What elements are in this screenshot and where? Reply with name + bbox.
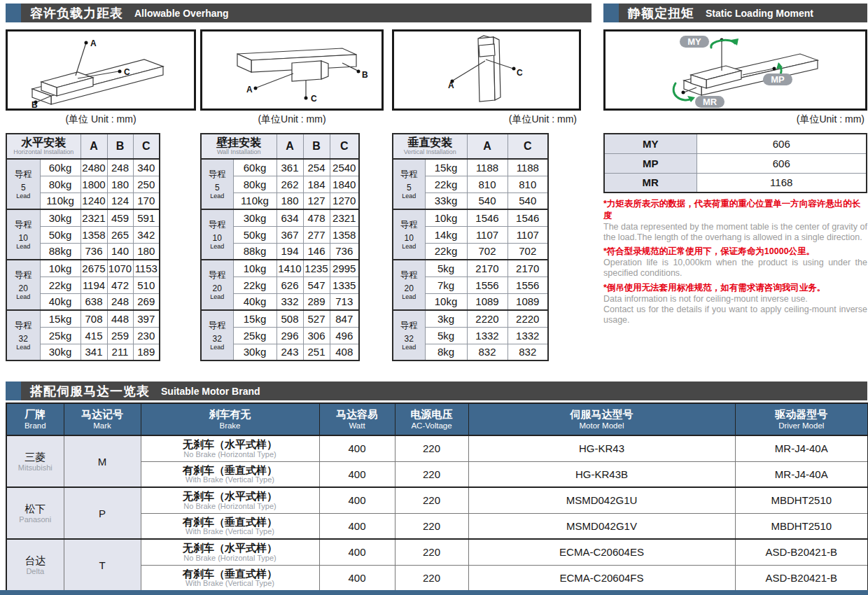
load-cell: 15kg xyxy=(40,310,80,327)
load-cell: 7kg xyxy=(425,276,467,293)
value-cell: 170 xyxy=(133,192,160,209)
table-row: 导程10Lead30kg6344782321 xyxy=(201,209,359,226)
load-cell: 10kg xyxy=(425,209,467,226)
value-cell: 1800 xyxy=(80,176,107,192)
installation-type-header: 水平安装Horizontal Installation xyxy=(6,134,80,159)
lead-cell: 导程10Lead xyxy=(393,209,425,260)
value-cell: 1070 xyxy=(107,260,133,276)
lead-label-zh: 导程 xyxy=(7,169,40,181)
load-cell: 60kg xyxy=(40,159,80,176)
driver-model-cell: ASD-B20421-B xyxy=(735,539,868,565)
brake-zh: 有刹车（垂直式样） xyxy=(141,516,319,528)
value-cell: 1556 xyxy=(467,276,507,293)
driver-model-cell: MR-J4-40A xyxy=(735,435,868,461)
brand-name-zh: 松下 xyxy=(7,503,64,515)
table-row: 导程20Lead5kg21702170 xyxy=(393,260,548,276)
table-row: 导程32Lead15kg508527847 xyxy=(201,310,359,327)
installation-name-en: Horizontal Installation xyxy=(7,149,80,156)
load-cell: 110kg xyxy=(40,192,80,209)
lead-label-zh: 导程 xyxy=(7,270,40,281)
motor-header-zh: 驱动器型号 xyxy=(736,408,868,421)
load-cell: 25kg xyxy=(40,327,80,344)
table-row: MR1168 xyxy=(604,173,867,192)
footer-accent-bar xyxy=(0,590,868,595)
brake-zh: 无刹车（水平式样） xyxy=(141,438,319,450)
load-cell: 22kg xyxy=(425,176,467,192)
motor-table: 厂牌Brand马达记号Mark刹车有无Brake马达容易Watt电源电压AC-V… xyxy=(6,402,868,592)
lead-value: 10 xyxy=(393,234,425,243)
value-cell: 189 xyxy=(133,344,160,360)
watt-cell: 400 xyxy=(319,461,395,487)
note-text-en: Operation life is 10,000km when the prod… xyxy=(603,258,867,279)
section-title-zh: 容许负载力距表 xyxy=(30,5,123,22)
load-cell: 5kg xyxy=(425,327,467,344)
value-cell: 248 xyxy=(107,293,133,310)
column-header-b: B xyxy=(107,134,133,159)
installation-name-en: Wall Installation xyxy=(202,149,276,156)
value-cell: 306 xyxy=(303,327,330,344)
load-cell: 10kg xyxy=(425,293,467,310)
driver-model-cell: MBDHT2510 xyxy=(735,487,868,513)
moment-value-cell: 606 xyxy=(696,134,867,153)
value-cell: 508 xyxy=(276,310,303,327)
table-row: 导程10Lead30kg2321459591 xyxy=(6,209,160,226)
lead-value: 32 xyxy=(202,335,233,344)
value-cell: 547 xyxy=(303,276,330,293)
watt-cell: 400 xyxy=(319,487,395,513)
load-cell: 60kg xyxy=(233,159,276,176)
accent-square xyxy=(603,4,619,22)
moment-section-header: 静额定扭矩 Static Loading Moment xyxy=(603,4,867,22)
section-title-en: Static Loading Moment xyxy=(706,8,813,19)
lead-label-en: Lead xyxy=(7,193,40,200)
value-cell: 2480 xyxy=(80,159,107,176)
driver-model-cell: ASD-B20421-B xyxy=(735,565,868,591)
load-cell: 15kg xyxy=(233,310,276,327)
motor-table-row: 三菱MitsubishiM无刹车（水平式样）No Brake (Horizont… xyxy=(6,435,868,461)
value-cell: 1089 xyxy=(507,293,548,310)
table-row: MY606 xyxy=(604,134,867,153)
load-cell: 80kg xyxy=(233,176,276,192)
lead-value: 5 xyxy=(202,183,233,192)
load-cell: 8kg xyxy=(425,344,467,360)
moment-label-cell: MR xyxy=(604,173,696,192)
value-cell: 810 xyxy=(507,176,548,192)
brand-cell: 台达Delta xyxy=(6,539,64,591)
lead-label-en: Lead xyxy=(7,244,40,250)
load-cell: 88kg xyxy=(233,243,276,260)
load-cell: 5kg xyxy=(425,260,467,276)
mark-cell: M xyxy=(64,435,141,487)
lead-cell: 导程32Lead xyxy=(393,310,425,360)
value-cell: 1840 xyxy=(330,176,359,192)
value-cell: 265 xyxy=(107,226,133,243)
lead-label-zh: 导程 xyxy=(393,320,425,332)
lead-label-en: Lead xyxy=(393,344,425,351)
motor-header-en: Brake xyxy=(141,421,319,430)
brand-name-zh: 三菱 xyxy=(7,451,64,463)
load-cell: 40kg xyxy=(40,293,80,310)
lead-value: 20 xyxy=(393,284,425,293)
table-row: 导程10Lead10kg15461546 xyxy=(393,209,548,226)
moment-value-cell: 1168 xyxy=(696,173,867,192)
load-cell: 10kg xyxy=(40,260,80,276)
value-cell: 736 xyxy=(80,243,107,260)
value-cell: 496 xyxy=(330,327,359,344)
brake-cell: 有刹车（垂直式样）With Brake (Vertical Type) xyxy=(141,461,319,487)
lead-label-zh: 导程 xyxy=(7,219,40,231)
wall-actuator-drawing: A B C xyxy=(202,31,382,108)
moment-axis-label: C xyxy=(124,67,130,77)
motor-header-zh: 马达容易 xyxy=(320,408,395,421)
brake-en: With Brake (Vertical Type) xyxy=(141,528,319,536)
value-cell: 259 xyxy=(107,327,133,344)
load-cell: 30kg xyxy=(40,209,80,226)
value-cell: 459 xyxy=(107,209,133,226)
load-cell: 88kg xyxy=(40,243,80,260)
section-title-bar: 搭配伺服马达一览表 Suitable Motor Brand xyxy=(21,382,867,400)
value-cell: 832 xyxy=(467,344,507,360)
value-cell: 180 xyxy=(276,192,303,209)
moment-axis-label: B xyxy=(362,70,368,80)
lead-label-en: Lead xyxy=(393,294,425,300)
lead-cell: 导程20Lead xyxy=(393,260,425,310)
brake-cell: 有刹车（垂直式样）With Brake (Vertical Type) xyxy=(141,513,319,539)
table-row: 导程32Lead15kg708448397 xyxy=(6,310,160,327)
note-text-en: The data represented by the moment table… xyxy=(603,222,867,244)
